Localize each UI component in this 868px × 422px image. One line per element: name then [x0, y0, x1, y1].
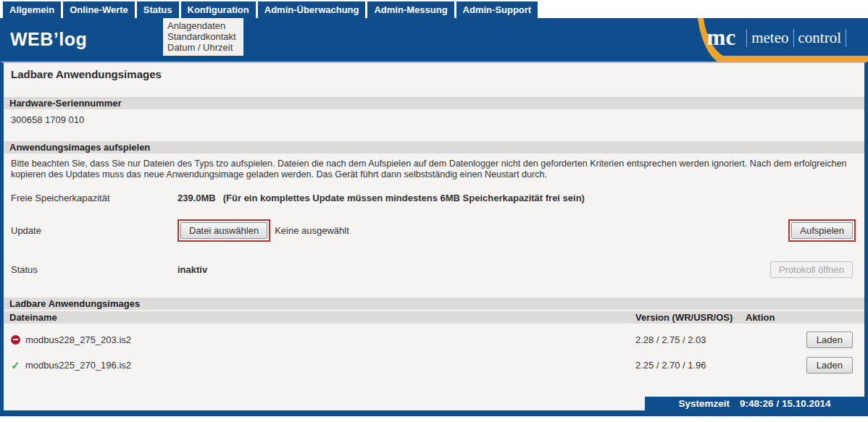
- tab-online-werte[interactable]: Online-Werte: [63, 1, 135, 18]
- column-header-aktion: Aktion: [746, 312, 864, 323]
- logo-word-control: control: [798, 29, 841, 47]
- app-title: WEB’log: [10, 29, 87, 50]
- table-row: ✓ modbus225_270_196.is2 2.25 / 2.70 / 1.…: [4, 355, 864, 374]
- logo-separator: [793, 29, 794, 47]
- load-image-button[interactable]: Laden: [806, 357, 853, 374]
- menu-item-anlagendaten[interactable]: Anlagendaten: [167, 20, 236, 31]
- tab-status[interactable]: Status: [137, 1, 179, 18]
- system-time-label: Systemzeit: [679, 398, 730, 409]
- hardware-serial-value: 300658 1709 010: [11, 114, 864, 125]
- system-time-box: Systemzeit 9:48:26 / 15.10.2014: [645, 397, 864, 410]
- section-anwendungsimages-aufspielen: Anwendungsimages aufspielen: [4, 141, 864, 153]
- column-header-version: Version (WR/USR/OS): [635, 312, 746, 323]
- annotation-box: Aufspielen: [788, 219, 856, 242]
- tab-admin-support[interactable]: Admin-Support: [456, 1, 538, 18]
- logo-word-meteo: meteo: [751, 29, 788, 47]
- logo-separator: [846, 29, 846, 47]
- logo-separator: [746, 29, 747, 47]
- check-icon: ✓: [11, 360, 20, 370]
- free-space-hint: (Für ein komplettes Update müssen mindes…: [223, 193, 585, 203]
- file-selection-status: Keine ausgewählt: [275, 225, 349, 236]
- menu-item-standardkontakt[interactable]: Standardkontakt: [167, 31, 236, 42]
- status-label: Status: [11, 264, 178, 275]
- menu-item-datum-uhrzeit[interactable]: Datum / Uhrzeit: [167, 42, 236, 53]
- tab-allgemein[interactable]: Allgemein: [3, 1, 61, 18]
- free-space-label: Freie Speicherkapazität: [11, 193, 178, 203]
- section-hardware-seriennummer: Hardware-Seriennummer: [4, 97, 864, 109]
- upload-button[interactable]: Aufspielen: [791, 222, 853, 239]
- open-protocol-button[interactable]: Protokoll öffnen: [770, 261, 853, 278]
- table-header-row: Dateiname Version (WR/USR/OS) Aktion: [4, 311, 864, 324]
- load-image-button[interactable]: Laden: [806, 332, 853, 348]
- update-label: Update: [11, 225, 178, 236]
- system-time-value: 9:48:26 / 15.10.2014: [740, 398, 830, 409]
- image-filename: modbus228_275_203.is2: [25, 334, 131, 345]
- page-title: Ladbare Anwendungsimages: [11, 68, 864, 80]
- update-row: Update Datei auswählen Keine ausgewählt …: [11, 219, 864, 242]
- image-version: 2.25 / 2.70 / 1.96: [635, 360, 746, 371]
- app-header: WEB’log mc meteo control: [0, 18, 868, 62]
- blocked-icon: [11, 335, 20, 345]
- image-filename: modbus225_270_196.is2: [25, 360, 131, 371]
- table-row: modbus228_275_203.is2 2.28 / 2.75 / 2.03…: [4, 330, 864, 349]
- column-header-dateiname: Dateiname: [4, 312, 635, 323]
- main-nav: Allgemein Online-Werte Status Konfigurat…: [0, 0, 868, 18]
- logo-mc-glyph: mc: [707, 28, 736, 48]
- section-ladbare-anwendungsimages: Ladbare Anwendungsimages: [4, 297, 864, 310]
- weblog-page: Allgemein Online-Werte Status Konfigurat…: [0, 0, 868, 422]
- content-area: Ladbare Anwendungsimages Hardware-Serien…: [0, 62, 868, 410]
- konfiguration-dropdown-menu: Anlagendaten Standardkontakt Datum / Uhr…: [163, 18, 243, 56]
- free-space-row: Freie Speicherkapazität 239.0MB (Für ein…: [11, 193, 864, 203]
- bottom-blue-bar: [0, 410, 868, 416]
- tab-konfiguration[interactable]: Konfiguration: [181, 1, 256, 18]
- status-row: Status inaktiv Protokoll öffnen: [11, 261, 864, 278]
- tab-admin-ueberwachung[interactable]: Admin-Überwachung: [258, 1, 366, 18]
- image-version: 2.28 / 2.75 / 2.03: [635, 334, 746, 345]
- upload-notice-text: Bitte beachten Sie, dass Sie nur Dateien…: [11, 159, 857, 180]
- file-select-button[interactable]: Datei auswählen: [180, 222, 267, 239]
- status-value: inaktiv: [178, 264, 207, 275]
- free-space-value: 239.0MB: [178, 193, 216, 203]
- tab-admin-messung[interactable]: Admin-Messung: [367, 1, 454, 18]
- meteocontrol-logo: mc meteo control: [707, 28, 851, 48]
- annotation-box: Datei auswählen: [178, 219, 270, 242]
